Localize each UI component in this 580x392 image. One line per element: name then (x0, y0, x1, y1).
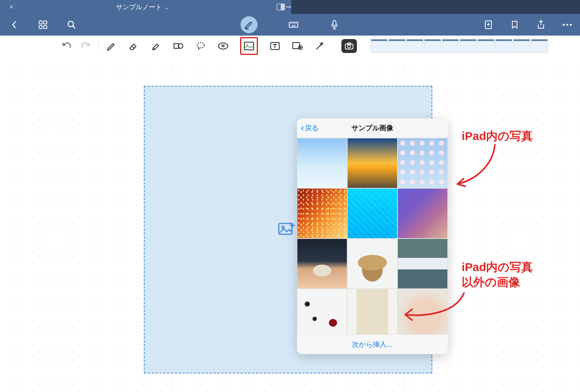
page-thumbnail[interactable] (371, 39, 388, 53)
svg-rect-4 (39, 26, 42, 29)
annotation-photos: iPad内の写真 (462, 128, 533, 143)
lasso-tool-icon[interactable] (195, 41, 206, 51)
microphone-icon[interactable] (329, 20, 339, 30)
eraser-tool-icon[interactable] (128, 41, 139, 51)
canvas-area[interactable]: ‹ 戻る サンプル画像 次から挿入... iPad内の写真 iPad内の写真 (0, 56, 580, 392)
annotation-other-images: iPad内の写真 以外の画像 (462, 259, 533, 290)
back-icon[interactable] (9, 20, 19, 30)
svg-point-29 (348, 45, 351, 48)
page-thumbnail[interactable] (478, 39, 495, 53)
camera-button[interactable] (341, 39, 357, 53)
svg-rect-13 (291, 26, 295, 26)
page-thumbnail[interactable] (513, 39, 530, 53)
svg-point-22 (218, 43, 228, 49)
back-button[interactable]: ‹ 戻る (301, 123, 319, 133)
page-thumbnails[interactable] (371, 39, 548, 53)
sample-image-cherry-blossom[interactable] (397, 138, 448, 188)
sample-image-pebble-hand[interactable] (297, 239, 347, 289)
image-placeholder-icon (278, 220, 295, 238)
undo-icon[interactable] (61, 41, 72, 51)
page-thumbnail[interactable] (424, 39, 441, 53)
svg-point-21 (197, 43, 204, 48)
magic-tool-icon[interactable] (314, 41, 325, 51)
sample-image-gradient-purple[interactable] (397, 188, 448, 239)
pen-tool-icon[interactable] (106, 41, 116, 51)
search-icon[interactable] (67, 20, 77, 30)
sample-image-knit-sweater[interactable] (397, 239, 448, 289)
keyboard-icon[interactable] (288, 20, 299, 30)
redo-icon[interactable] (80, 41, 91, 51)
popover-header: ‹ 戻る サンプル画像 (297, 118, 448, 138)
popover-title: サンプル画像 (351, 123, 393, 133)
split-view-icon[interactable] (276, 3, 285, 10)
tool-toolbar (0, 36, 580, 57)
svg-rect-9 (292, 23, 292, 24)
status-bar: × サンプルノート ••• (0, 0, 580, 14)
svg-rect-8 (290, 23, 291, 24)
svg-rect-1 (281, 4, 285, 10)
sample-image-straw-hat[interactable] (347, 239, 397, 289)
svg-rect-14 (333, 20, 336, 26)
text-tool-icon[interactable] (270, 41, 280, 51)
page-thumbnail[interactable] (460, 39, 477, 53)
secondary-app-panel (291, 0, 580, 14)
back-label: 戻る (305, 123, 319, 133)
svg-point-16 (563, 24, 565, 26)
sample-image-sunset-beach[interactable] (347, 138, 397, 188)
svg-rect-5 (44, 26, 47, 29)
share-icon[interactable] (536, 20, 546, 30)
highlighter-tool-icon[interactable] (150, 41, 161, 51)
svg-point-17 (566, 24, 568, 26)
sample-image-makeup-flatlay[interactable] (297, 289, 347, 334)
close-icon[interactable]: × (9, 3, 14, 11)
divider (98, 40, 99, 52)
sample-image-winter-tree[interactable] (297, 138, 347, 188)
svg-rect-12 (296, 23, 297, 24)
stamp-tool-icon[interactable] (218, 41, 229, 51)
image-tool-icon[interactable] (240, 37, 258, 55)
svg-rect-3 (44, 21, 47, 24)
chevron-left-icon: ‹ (301, 123, 304, 133)
more-icon[interactable] (562, 20, 572, 30)
insert-from-link[interactable]: 次から挿入... (352, 340, 392, 349)
shape-tool-icon[interactable] (173, 41, 184, 51)
app-top-bar (0, 14, 580, 36)
sample-image-autumn-leaves[interactable] (297, 188, 347, 239)
add-page-icon[interactable] (483, 20, 493, 30)
document-title[interactable]: サンプルノート (116, 3, 169, 12)
popover-footer: 次から挿入... (297, 334, 448, 354)
draw-mode-button[interactable] (241, 16, 258, 33)
svg-rect-10 (293, 23, 294, 24)
sample-image-pool-water[interactable] (347, 188, 397, 239)
svg-rect-11 (295, 23, 295, 24)
page-thumbnail[interactable] (495, 39, 512, 53)
page-thumbnail[interactable] (531, 39, 548, 53)
sample-image-baby-hands[interactable] (397, 289, 448, 334)
annotation-arrow-icon (450, 141, 501, 191)
page-thumbnail[interactable] (389, 39, 406, 53)
svg-rect-23 (244, 42, 254, 50)
page-thumbnail[interactable] (442, 39, 459, 53)
image-picker-popover: ‹ 戻る サンプル画像 次から挿入... (297, 118, 448, 354)
grid-view-icon[interactable] (38, 20, 48, 30)
page-thumbnail[interactable] (406, 39, 423, 53)
svg-rect-2 (39, 21, 42, 24)
sample-image-grid (297, 138, 448, 334)
sample-image-canvas-bag[interactable] (347, 289, 397, 334)
svg-point-18 (570, 24, 572, 26)
sticker-tool-icon[interactable] (292, 41, 303, 51)
svg-rect-7 (289, 22, 298, 27)
bookmark-icon[interactable] (510, 20, 520, 30)
